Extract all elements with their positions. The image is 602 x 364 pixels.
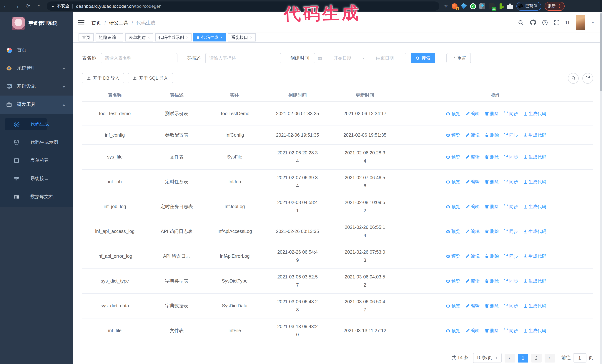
action-delete-link[interactable]: 删除 — [484, 132, 499, 138]
action-preview-link[interactable]: 预览 — [445, 253, 460, 260]
import-db-button[interactable]: 基于 DB 导入 — [82, 73, 124, 83]
action-sync-link[interactable]: 同步 — [504, 179, 518, 185]
action-edit-link[interactable]: 编辑 — [465, 132, 480, 138]
sidebar-item-devtools[interactable]: 研发工具▴ — [0, 95, 73, 114]
action-sync-link[interactable]: 同步 — [504, 154, 518, 160]
app-logo[interactable]: 芋道管理系统 — [0, 12, 73, 34]
action-preview-link[interactable]: 预览 — [445, 278, 460, 284]
extension-key-icon[interactable] — [498, 3, 504, 9]
action-edit-link[interactable]: 编辑 — [465, 278, 480, 284]
action-edit-link[interactable]: 编辑 — [465, 228, 480, 235]
sidebar-subitem-codegen[interactable]: 代码生成 — [0, 115, 73, 133]
action-delete-link[interactable]: 删除 — [484, 328, 499, 334]
search-button[interactable]: 搜索 — [411, 53, 435, 63]
home-icon[interactable]: ⌂ — [33, 0, 44, 12]
show-search-toggle-button[interactable] — [568, 73, 579, 83]
github-icon[interactable] — [530, 19, 536, 26]
browser-update-button[interactable]: 更新 ⋮ — [544, 2, 564, 10]
action-edit-link[interactable]: 编辑 — [465, 154, 480, 160]
action-sync-link[interactable]: 同步 — [504, 228, 518, 235]
action-preview-link[interactable]: 预览 — [445, 111, 460, 117]
action-delete-link[interactable]: 删除 — [484, 111, 499, 117]
action-sync-link[interactable]: 同步 — [504, 132, 518, 138]
url-text[interactable]: dashboard.yudao.iocoder.cn/tool/codegen — [76, 3, 161, 9]
action-preview-link[interactable]: 预览 — [445, 132, 460, 138]
close-tab-icon[interactable]: × — [186, 35, 188, 40]
close-tab-icon[interactable]: × — [250, 35, 252, 40]
security-warning-icon[interactable]: ▲ — [51, 4, 55, 8]
help-icon[interactable]: ? — [542, 20, 548, 25]
table-name-input[interactable] — [101, 53, 177, 63]
sidebar-subitem-system-api[interactable]: 系统接口 — [0, 170, 73, 188]
action-sync-link[interactable]: 同步 — [504, 111, 518, 117]
tag-view-tab-2[interactable]: 表单构建× — [125, 33, 153, 42]
action-delete-link[interactable]: 删除 — [484, 278, 499, 284]
collapse-menu-icon[interactable] — [78, 19, 85, 26]
extension-gem-icon[interactable] — [461, 3, 467, 9]
action-sync-link[interactable]: 同步 — [504, 278, 518, 284]
sidebar-subitem-form-builder[interactable]: 表单构建 — [0, 151, 73, 170]
close-tab-icon[interactable]: × — [148, 35, 150, 40]
action-generate-code-link[interactable]: 生成代码 — [523, 132, 546, 138]
page-size-select[interactable]: 10条/页 ▼ — [473, 353, 501, 363]
action-generate-code-link[interactable]: 生成代码 — [523, 228, 546, 235]
prev-page-button[interactable]: ‹ — [504, 354, 515, 362]
table-desc-input[interactable] — [205, 53, 281, 63]
action-edit-link[interactable]: 编辑 — [465, 179, 480, 185]
action-preview-link[interactable]: 预览 — [445, 154, 460, 160]
action-delete-link[interactable]: 删除 — [484, 303, 499, 309]
action-edit-link[interactable]: 编辑 — [465, 328, 480, 334]
breadcrumb-home[interactable]: 首页 — [92, 20, 101, 26]
action-edit-link[interactable]: 编辑 — [465, 303, 480, 309]
sidebar-item-infra[interactable]: 基础设施▾ — [0, 77, 73, 95]
sidebar-subitem-db-doc[interactable]: 数据库文档 — [0, 188, 73, 206]
action-delete-link[interactable]: 删除 — [484, 154, 499, 160]
action-preview-link[interactable]: 预览 — [445, 203, 460, 210]
page-button-1[interactable]: 1 — [518, 354, 528, 362]
action-edit-link[interactable]: 编辑 — [465, 111, 480, 117]
action-generate-code-link[interactable]: 生成代码 — [523, 111, 546, 117]
address-bar[interactable]: ▲ 不安全 dashboard.yudao.iocoder.cn/tool/co… — [47, 1, 439, 11]
user-avatar[interactable] — [576, 15, 585, 30]
import-sql-button[interactable]: 基于 SQL 导入 — [128, 73, 173, 83]
action-generate-code-link[interactable]: 生成代码 — [523, 303, 546, 309]
next-page-button[interactable]: › — [544, 354, 555, 362]
bookmark-star-icon[interactable]: ☆ — [444, 3, 448, 9]
extension-dark-icon[interactable]: on — [488, 3, 494, 9]
reset-button[interactable]: 重置 — [446, 53, 471, 63]
user-caret-icon[interactable]: ▼ — [591, 21, 595, 24]
end-date-placeholder[interactable]: 结束日期 — [367, 55, 402, 61]
goto-page-input[interactable] — [573, 353, 586, 363]
sidebar-item-system[interactable]: 系统管理▾ — [0, 59, 73, 77]
action-sync-link[interactable]: 同步 — [504, 328, 518, 334]
action-preview-link[interactable]: 预览 — [445, 179, 460, 185]
breadcrumb-devtools[interactable]: 研发工具 — [109, 20, 128, 26]
refresh-table-button[interactable] — [582, 73, 593, 83]
security-label[interactable]: 不安全 — [57, 3, 69, 9]
action-generate-code-link[interactable]: 生成代码 — [523, 154, 546, 160]
action-generate-code-link[interactable]: 生成代码 — [523, 253, 546, 260]
extension-orange-icon[interactable]: 1 — [452, 3, 457, 9]
font-size-icon[interactable]: tT — [566, 20, 570, 25]
action-delete-link[interactable]: 删除 — [484, 253, 499, 260]
tag-view-tab-3[interactable]: 代码生成示例× — [155, 33, 192, 42]
action-delete-link[interactable]: 删除 — [484, 203, 499, 210]
action-sync-link[interactable]: 同步 — [504, 303, 518, 309]
tag-view-tab-4[interactable]: 代码生成× — [194, 33, 226, 42]
tag-view-tab-5[interactable]: 系统接口× — [228, 33, 256, 42]
action-delete-link[interactable]: 删除 — [484, 228, 499, 235]
action-preview-link[interactable]: 预览 — [445, 328, 460, 334]
scrollbar-thumb[interactable] — [600, 13, 602, 91]
page-button-2[interactable]: 2 — [531, 354, 541, 362]
close-tab-icon[interactable]: × — [220, 35, 223, 40]
action-preview-link[interactable]: 预览 — [445, 303, 460, 309]
paused-profile-chip[interactable]: 😂 已暂停 — [516, 2, 541, 10]
sidebar-subitem-codegen-demo[interactable]: 代码生成示例 — [0, 133, 73, 151]
action-sync-link[interactable]: 同步 — [504, 253, 518, 260]
date-range-picker[interactable]: ▦ 开始日期 - 结束日期 — [314, 53, 406, 63]
start-date-placeholder[interactable]: 开始日期 — [325, 55, 360, 61]
action-sync-link[interactable]: 同步 — [504, 203, 518, 210]
extension-tabs-icon[interactable] — [479, 3, 485, 9]
extensions-puzzle-icon[interactable] — [507, 3, 513, 9]
action-edit-link[interactable]: 编辑 — [465, 253, 480, 260]
